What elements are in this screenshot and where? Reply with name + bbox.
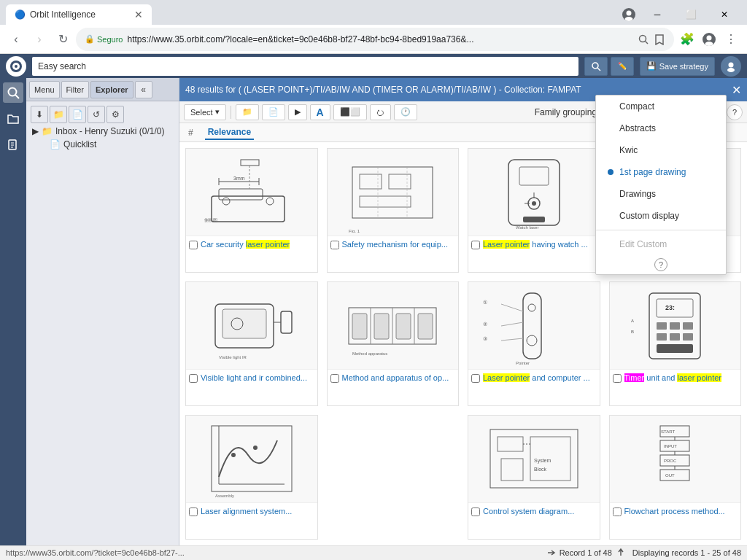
dropdown-custom-display[interactable]: Custom display — [596, 205, 726, 227]
card-checkbox[interactable] — [471, 508, 480, 516]
result-card[interactable]: Method apparatus Method and apparatus of… — [327, 281, 460, 406]
results-close-button[interactable]: ✕ — [732, 83, 741, 97]
svg-text:A: A — [631, 319, 634, 323]
search-options-button[interactable]: ✏️ — [611, 57, 634, 76]
svg-point-74 — [527, 335, 537, 346]
back-button[interactable]: ‹ — [6, 29, 26, 50]
card-checkbox[interactable] — [471, 241, 480, 249]
card-title-9[interactable]: Laser alignment system... — [201, 506, 292, 516]
maximize-button[interactable]: ⬜ — [674, 4, 708, 25]
sidebar-action-2[interactable]: 📁 — [50, 106, 67, 123]
card-title-6[interactable]: Method and apparatus of op... — [342, 373, 449, 383]
dropdown-compact[interactable]: Compact — [596, 96, 726, 117]
dropdown-drawings[interactable]: Drawings — [596, 183, 726, 205]
sort-relevance[interactable]: Relevance — [205, 125, 254, 140]
search-nav-icon[interactable] — [3, 82, 23, 103]
sidebar-collapse-button[interactable]: « — [135, 81, 152, 98]
sidebar-action-5[interactable]: ⚙ — [107, 106, 124, 123]
card-footer: Safety mechanism for equip... — [328, 236, 459, 258]
card-checkbox[interactable] — [471, 374, 480, 383]
card-checkbox[interactable] — [330, 241, 339, 249]
svg-point-97 — [231, 453, 236, 457]
highlight-laser-pointer-3: Laser pointer — [483, 240, 530, 249]
dropdown-1st-page-drawing[interactable]: 1st page drawing — [596, 161, 726, 183]
svg-text:B: B — [631, 330, 634, 334]
extensions-button[interactable]: 🧩 — [677, 29, 697, 50]
search-input[interactable] — [32, 57, 578, 76]
svg-rect-89 — [670, 333, 680, 341]
sort-hash[interactable]: # — [185, 126, 196, 139]
card-checkbox[interactable] — [613, 374, 622, 383]
action-btn-2[interactable]: 📄 — [262, 104, 285, 120]
card-checkbox[interactable] — [189, 508, 198, 516]
sidebar-item-inbox[interactable]: ▶ 📁 Inbox - Henry Suzuki (0/1/0) — [29, 125, 176, 138]
card-title-2[interactable]: Safety mechanism for equip... — [342, 239, 449, 249]
close-button[interactable]: ✕ — [708, 4, 741, 25]
result-card[interactable]: ① ② ③ Pointer Laser pointer and computer… — [468, 281, 600, 406]
search-execute-button[interactable] — [584, 57, 608, 76]
action-btn-3[interactable]: ▶ — [288, 104, 307, 120]
app-logo — [6, 56, 26, 77]
help-button[interactable]: ? — [727, 104, 743, 120]
result-card[interactable]: 3mm 侧视图 Car security laser pointer — [185, 148, 318, 273]
bookmark-icon — [654, 34, 665, 45]
result-card[interactable]: Assembly Laser alignment system... — [185, 415, 318, 540]
action-btn-5[interactable]: ⬛⬜ — [333, 104, 367, 120]
card-title-7[interactable]: Laser pointer and computer ... — [483, 373, 590, 383]
action-btn-7[interactable]: 🕐 — [394, 104, 417, 120]
filter-button[interactable]: Filter — [61, 81, 89, 98]
sidebar-action-4[interactable]: ↺ — [88, 106, 105, 123]
card-checkbox[interactable] — [189, 241, 198, 249]
card-image: System Block — [468, 416, 600, 503]
svg-point-3 — [640, 35, 646, 42]
profile-button[interactable] — [699, 29, 719, 50]
profile-icon[interactable] — [617, 3, 640, 26]
card-checkbox[interactable] — [330, 374, 339, 383]
dropdown-abstracts[interactable]: Abstracts — [596, 117, 726, 139]
svg-point-13 — [729, 62, 734, 67]
card-checkbox[interactable] — [189, 374, 198, 383]
dropdown-kwic[interactable]: Kwic — [596, 139, 726, 161]
result-card[interactable]: System Block Control system diagram... — [468, 415, 600, 540]
select-button[interactable]: Select ▾ — [184, 104, 226, 120]
folder-nav-icon[interactable] — [3, 109, 23, 129]
card-title-11[interactable]: Flowchart process method... — [624, 506, 725, 516]
card-title-1[interactable]: Car security laser pointer — [201, 239, 290, 249]
family-grouping-label: Family grouping — [535, 107, 597, 117]
result-card[interactable]: Watch laser Laser pointer having watch .… — [468, 148, 600, 273]
explorer-button[interactable]: Explorer — [90, 81, 133, 98]
minimize-button[interactable]: ─ — [640, 4, 674, 25]
browser-tab[interactable]: 🔵 Orbit Intelligence ✕ — [6, 4, 152, 25]
result-card[interactable]: Fig. 1 Safety mechanism for equip... — [327, 148, 460, 273]
card-title-3[interactable]: Laser pointer having watch ... — [483, 239, 588, 249]
tab-title: Orbit Intelligence — [30, 9, 130, 20]
svg-point-24 — [266, 198, 274, 205]
result-card[interactable]: 23: A B — [609, 281, 742, 406]
sidebar-action-1[interactable]: ⬇ — [31, 106, 48, 123]
menu-dots-button[interactable]: ⋮ — [721, 29, 741, 50]
svg-text:②: ② — [483, 322, 487, 327]
user-profile-button[interactable] — [721, 56, 741, 77]
card-footer: Visible light and ir combined... — [186, 370, 317, 392]
sidebar-item-quicklist[interactable]: 📄 Quicklist — [29, 138, 176, 151]
svg-text:Watch laser: Watch laser — [516, 225, 538, 230]
url-bar[interactable]: 🔒 Seguro https://www.35.orbit.com/?local… — [76, 28, 674, 51]
document-nav-icon[interactable] — [3, 135, 23, 155]
forward-button[interactable]: › — [29, 29, 50, 50]
save-strategy-button[interactable]: 💾 Save strategy — [640, 57, 715, 76]
menu-button[interactable]: Menu — [29, 81, 60, 98]
card-checkbox[interactable] — [613, 508, 622, 516]
card-title-10[interactable]: Control system diagram... — [483, 506, 574, 516]
sidebar-action-3[interactable]: 📄 — [69, 106, 86, 123]
action-btn-4[interactable]: A — [310, 104, 330, 120]
result-card[interactable]: Visible light IR Visible light and ir co… — [185, 281, 318, 406]
card-title-5[interactable]: Visible light and ir combined... — [201, 373, 307, 383]
action-btn-6[interactable]: ⭮ — [370, 104, 391, 120]
tab-close-button[interactable]: ✕ — [134, 9, 143, 20]
reload-button[interactable]: ↻ — [53, 29, 73, 50]
folder-action-button[interactable]: 📁 — [236, 104, 259, 120]
result-card[interactable]: START INPUT PROC OUT Flowchart process m… — [609, 415, 742, 540]
dropdown-edit-custom[interactable]: Edit Custom — [596, 233, 726, 255]
help-button-dropdown[interactable]: ? — [654, 258, 667, 271]
card-title-8[interactable]: Timer unit and laser pointer — [624, 373, 722, 383]
